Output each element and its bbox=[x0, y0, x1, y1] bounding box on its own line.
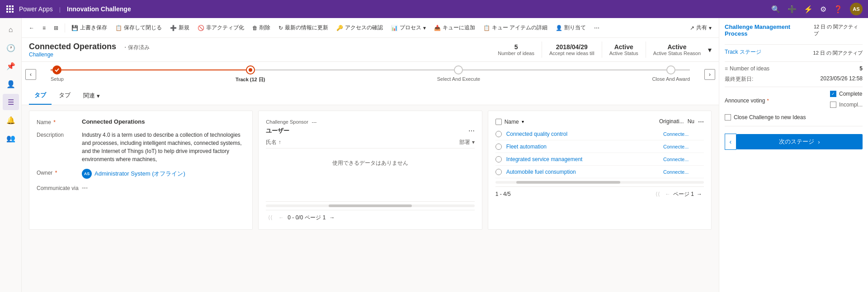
ideas-row-2-radio[interactable] bbox=[495, 144, 502, 150]
process-button[interactable]: 📊 プロセス ▾ bbox=[387, 22, 429, 33]
ideas-row-4-orig[interactable]: Connecte... bbox=[663, 169, 704, 175]
prev-stage-btn[interactable]: ‹ bbox=[725, 134, 736, 150]
panel-ideas-value: 5 bbox=[859, 65, 863, 72]
ideas-row-4-name-link[interactable]: Automobile fuel consumption bbox=[506, 169, 576, 175]
ideas-prev-page-btn[interactable]: ← bbox=[663, 190, 672, 199]
tab-1-label: タブ bbox=[34, 92, 46, 98]
stage-setup[interactable]: Setup bbox=[51, 65, 64, 82]
related-tab[interactable]: 関連 ▾ bbox=[78, 87, 105, 104]
name-value[interactable]: Connected Operations bbox=[82, 118, 245, 125]
next-stage-btn[interactable]: 次のステージ › bbox=[736, 134, 863, 149]
meta-dropdown-btn[interactable]: ▾ bbox=[708, 46, 712, 54]
user-avatar[interactable]: AS bbox=[850, 3, 863, 15]
refresh-button[interactable]: ↻ 最新の情報に更新 bbox=[275, 22, 332, 33]
delete-button[interactable]: 🗑 削除 bbox=[249, 22, 274, 33]
close-challenge-checkbox[interactable] bbox=[725, 114, 731, 121]
next-stage-label: 次のステージ bbox=[779, 138, 814, 146]
stage-close-circle bbox=[666, 65, 675, 74]
panel-updated-row: 最終更新日: 2023/05/26 12:58 bbox=[725, 75, 863, 83]
ideas-row-3-orig[interactable]: Connecte... bbox=[663, 157, 704, 162]
ideas-row-3-name-link[interactable]: Integrated service management bbox=[506, 156, 583, 162]
sidebar-clock-icon[interactable]: 🕐 bbox=[3, 40, 19, 56]
list-view-icon: ≡ bbox=[42, 25, 46, 31]
incomplete-checkbox[interactable] bbox=[830, 102, 836, 108]
users-scrollbar[interactable] bbox=[329, 204, 412, 207]
ideas-row-2-name-link[interactable]: Fleet automation bbox=[506, 144, 547, 150]
sidebar-bell-icon[interactable]: 🔔 bbox=[3, 112, 19, 128]
sidebar-people-icon[interactable]: 👥 bbox=[3, 130, 19, 146]
search-icon-btn[interactable]: 🔍 bbox=[771, 5, 780, 14]
ideas-row-1[interactable]: Connected quality control Connecte... bbox=[495, 128, 704, 140]
ideas-name-col-header: Name bbox=[505, 119, 519, 125]
panel-divider-1 bbox=[725, 44, 863, 45]
queue-button[interactable]: 📥 キューに追加 bbox=[430, 22, 479, 33]
panel-divider-2 bbox=[725, 61, 863, 62]
complete-checkbox[interactable] bbox=[830, 91, 836, 97]
tab-1[interactable]: タブ bbox=[29, 87, 52, 105]
users-prev-page-btn[interactable]: ← bbox=[277, 213, 286, 222]
sidebar-list-icon[interactable]: ☰ bbox=[3, 94, 19, 110]
ideas-row-3-radio[interactable] bbox=[495, 156, 502, 162]
settings-icon-btn[interactable]: ⚙ bbox=[820, 5, 826, 14]
owner-value[interactable]: AS Administrator System (オフライン) bbox=[82, 169, 245, 179]
name-field-row: Name * Connected Operations bbox=[37, 118, 245, 125]
add-icon-btn[interactable]: ➕ bbox=[788, 5, 797, 14]
users-more-btn[interactable]: ⋯ bbox=[468, 127, 475, 134]
ideas-first-page-btn[interactable]: ⟨⟨ bbox=[653, 190, 662, 199]
stage-select-circle bbox=[454, 65, 463, 74]
ideas-row-2-orig[interactable]: Connecte... bbox=[663, 144, 704, 149]
share-dropdown-icon: ▾ bbox=[709, 25, 712, 31]
ideas-row-1-name-link[interactable]: Connected quality control bbox=[506, 131, 567, 137]
queue-detail-button[interactable]: 📋 キュー アイテムの詳細 bbox=[480, 22, 551, 33]
help-icon-btn[interactable]: ❓ bbox=[834, 5, 843, 14]
filter-icon-btn[interactable]: ⚡ bbox=[804, 5, 813, 14]
description-value[interactable]: Industry 4.0 is a term used to describe … bbox=[82, 131, 245, 163]
stage-setup-circle bbox=[52, 65, 61, 74]
ideas-scrollbar[interactable] bbox=[516, 181, 621, 184]
meta-ideas-label: Number of ideas bbox=[498, 51, 534, 56]
ideas-row-4-radio[interactable] bbox=[495, 169, 502, 175]
stage-select[interactable]: Select And Execute bbox=[437, 65, 480, 82]
refresh-label: 最新の情報に更新 bbox=[285, 24, 328, 32]
deactivate-button[interactable]: 🚫 非アクティブ化 bbox=[194, 22, 248, 33]
incomplete-checkbox-row[interactable]: Incompl... bbox=[830, 102, 863, 108]
name-label-text: Name bbox=[37, 119, 51, 125]
ideas-row-1-orig[interactable]: Connecte... bbox=[663, 131, 704, 137]
users-next-page-btn[interactable]: → bbox=[327, 213, 336, 222]
sidebar-pin-icon[interactable]: 📌 bbox=[3, 58, 19, 74]
grid-icon[interactable] bbox=[5, 5, 14, 14]
ideas-row-4[interactable]: Automobile fuel consumption Connecte... bbox=[495, 166, 704, 178]
ideas-next-page-btn[interactable]: → bbox=[695, 190, 704, 199]
stage-track[interactable]: Track (12 日) bbox=[236, 65, 265, 83]
complete-checkbox-row[interactable]: Complete bbox=[830, 91, 862, 97]
process-next-btn[interactable]: › bbox=[704, 69, 715, 80]
more-button[interactable]: ⋯ bbox=[590, 23, 603, 33]
new-button[interactable]: ➕ 新規 bbox=[166, 22, 193, 33]
users-title: ユーザー bbox=[266, 127, 289, 135]
back-button[interactable]: ← bbox=[25, 23, 38, 33]
stage-close[interactable]: Close And Award bbox=[652, 65, 690, 82]
communicate-value[interactable]: --- bbox=[82, 184, 245, 191]
record-meta: 5 Number of ideas 2018/04/29 Accept new … bbox=[498, 42, 712, 58]
tab-2[interactable]: タブ bbox=[53, 87, 76, 105]
share-button[interactable]: ↗ 共有 ▾ bbox=[686, 22, 715, 33]
ideas-row-2[interactable]: Fleet automation Connecte... bbox=[495, 140, 704, 153]
sidebar-home-icon[interactable]: ⌂ bbox=[3, 22, 19, 38]
assign-button[interactable]: 👤 割り当て bbox=[552, 22, 590, 33]
description-field-row: Description Industry 4.0 is a term used … bbox=[37, 131, 245, 163]
users-first-page-btn[interactable]: ⟨⟨ bbox=[266, 213, 275, 222]
related-label: 関連 bbox=[83, 92, 95, 100]
save-button[interactable]: 💾 上書き保存 bbox=[68, 22, 111, 33]
save-close-button[interactable]: 📋 保存して閉じる bbox=[112, 22, 165, 33]
track-stage-label[interactable]: Track ステージ bbox=[725, 48, 761, 56]
dashboard-button[interactable]: ⊞ bbox=[50, 23, 62, 33]
list-view-button[interactable]: ≡ bbox=[39, 23, 49, 33]
ideas-more-btn[interactable]: ⋯ bbox=[698, 118, 704, 125]
meta-ideas-value: 5 bbox=[498, 43, 534, 51]
sidebar-contact-icon[interactable]: 👤 bbox=[3, 76, 19, 92]
process-prev-btn[interactable]: ‹ bbox=[25, 69, 36, 80]
access-button[interactable]: 🔑 アクセスの確認 bbox=[333, 22, 387, 33]
ideas-row-3[interactable]: Integrated service management Connecte..… bbox=[495, 153, 704, 166]
ideas-row-1-radio[interactable] bbox=[495, 131, 502, 137]
ideas-select-all[interactable] bbox=[495, 119, 502, 125]
